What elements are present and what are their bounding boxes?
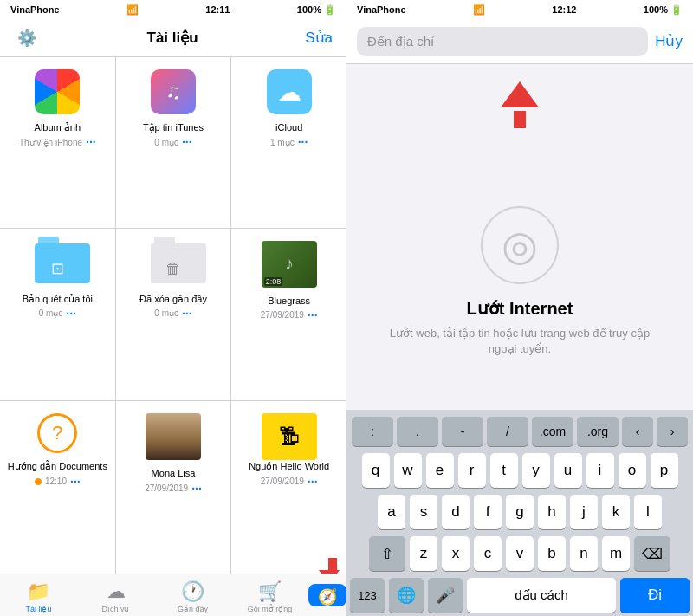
file-name-help: Hướng dẫn Documents	[8, 460, 107, 472]
tab-dichvu[interactable]: ☁ Dịch vụ	[77, 577, 154, 613]
key-e[interactable]: e	[426, 453, 454, 488]
key-y[interactable]: y	[522, 453, 550, 488]
keyboard-special-row: : . - / .com .org ‹ ›	[350, 417, 690, 446]
file-cell-icloud[interactable]: ☁ iCloud 1 mục ···	[231, 57, 346, 228]
file-cell-bluegrass[interactable]: ♪ 2:08 Bluegrass 27/09/2019 ···	[231, 229, 346, 401]
file-sub-help: 12:10 ···	[35, 475, 81, 489]
tab-gandai[interactable]: 🕐 Gần đây	[154, 577, 231, 613]
left-nav-bar: ⚙️ Tài liệu Sửa	[0, 19, 346, 57]
key-a[interactable]: a	[378, 495, 405, 529]
icloud-icon: ☁	[267, 69, 312, 114]
key-123[interactable]: 123	[350, 578, 385, 613]
file-cell-trash[interactable]: 🗑 Đã xóa gần đây 0 mục ···	[116, 229, 231, 401]
file-cell-help[interactable]: ? Hướng dẫn Documents 12:10 ···	[0, 401, 115, 574]
key-shift[interactable]: ⇧	[369, 536, 405, 571]
key-colon[interactable]: :	[352, 417, 393, 446]
file-cell-mona[interactable]: Mona Lisa 27/09/2019 ···	[116, 401, 231, 574]
file-cell-myfiles[interactable]: ⊡ Bản quét của tôi 0 mục ···	[0, 229, 115, 401]
battery-icon: 🔋	[324, 4, 336, 16]
file-cell-nguon[interactable]: 🗜 Nguồn Hello World 27/09/2019 ···	[231, 401, 346, 574]
key-space[interactable]: dấu cách	[467, 578, 616, 613]
right-carrier: VinaPhone	[357, 4, 406, 15]
file-sub-mona: 27/09/2019 ···	[145, 482, 202, 496]
key-i[interactable]: i	[586, 453, 614, 488]
key-q[interactable]: q	[362, 453, 390, 488]
left-panel: VinaPhone 📶 12:11 100% 🔋 ⚙️ Tài liệu Sửa…	[0, 0, 346, 616]
more-dots-nguon[interactable]: ···	[308, 475, 318, 489]
key-dot[interactable]: .	[397, 417, 438, 446]
file-grid: Album ảnh Thư viện iPhone ··· ♫ Tập tin …	[0, 57, 346, 574]
more-dots-itunes[interactable]: ···	[182, 135, 192, 149]
more-dots-trash[interactable]: ···	[182, 307, 192, 321]
key-w[interactable]: w	[394, 453, 422, 488]
key-d[interactable]: d	[442, 495, 470, 529]
key-slash[interactable]: /	[487, 417, 528, 446]
right-status-bar: VinaPhone 📶 12:12 100% 🔋	[346, 0, 693, 19]
key-dotcom[interactable]: .com	[532, 417, 573, 446]
left-battery: 100%	[297, 4, 321, 15]
more-dots-myfiles[interactable]: ···	[66, 307, 76, 321]
key-o[interactable]: o	[619, 453, 646, 488]
key-h[interactable]: h	[538, 495, 566, 529]
browser-content: ◎ Lướt Internet Lướt web, tải tập tin ho…	[346, 128, 693, 410]
keyboard-row-1: q w e r t y u i o p	[350, 453, 690, 488]
more-dots-album[interactable]: ···	[86, 135, 96, 149]
settings-gear-icon[interactable]: ⚙️	[14, 25, 40, 51]
key-right-arrow[interactable]: ›	[657, 417, 688, 446]
key-dash[interactable]: -	[442, 417, 483, 446]
key-z[interactable]: z	[410, 536, 437, 571]
key-u[interactable]: u	[554, 453, 582, 488]
key-n[interactable]: n	[570, 536, 598, 571]
file-cell-album[interactable]: Album ảnh Thư viện iPhone ···	[0, 57, 115, 228]
more-dots-mona[interactable]: ···	[191, 482, 202, 496]
right-battery: 100%	[644, 4, 668, 15]
more-dots-bluegrass[interactable]: ···	[308, 308, 318, 322]
key-x[interactable]: x	[442, 536, 470, 571]
key-m[interactable]: m	[602, 536, 630, 571]
file-sub-album: Thư viện iPhone ···	[19, 135, 96, 149]
left-carrier: VinaPhone	[10, 4, 60, 15]
file-name-myfiles: Bản quét của tôi	[23, 293, 93, 305]
key-go[interactable]: Đi	[620, 578, 690, 613]
file-cell-itunes[interactable]: ♫ Tập tin iTunes 0 mục ···	[116, 57, 231, 228]
key-t[interactable]: t	[490, 453, 518, 488]
tab-tailieu[interactable]: 📁 Tài liệu	[0, 577, 77, 613]
edit-button[interactable]: Sửa	[305, 29, 333, 47]
key-b[interactable]: b	[538, 536, 566, 571]
tab-browser[interactable]: 🧭	[308, 584, 346, 606]
file-name-bluegrass: Bluegrass	[268, 295, 310, 307]
key-s[interactable]: s	[410, 495, 437, 529]
file-sub-trash: 0 mục ···	[154, 307, 191, 321]
more-dots-help[interactable]: ···	[70, 475, 81, 489]
right-battery-icon: 🔋	[670, 4, 683, 16]
keyboard-bottom-row: 123 🌐 🎤 dấu cách Đi	[350, 578, 690, 613]
tab-goimorong[interactable]: 🛒 Gói mở rộng	[231, 577, 308, 613]
more-dots-icloud[interactable]: ···	[298, 135, 308, 149]
key-k[interactable]: k	[602, 495, 630, 529]
key-g[interactable]: g	[506, 495, 534, 529]
bottom-tab-bar: 📁 Tài liệu ☁ Dịch vụ 🕐 Gần đây 🛒 Gói mở …	[0, 574, 346, 616]
down-arrow-indicator	[325, 558, 340, 574]
cancel-button[interactable]: Hủy	[655, 32, 683, 50]
key-globe[interactable]: 🌐	[389, 578, 424, 613]
duration-badge: 2:08	[264, 277, 283, 286]
url-input[interactable]: Đến địa chỉ	[357, 27, 648, 56]
key-left-arrow[interactable]: ‹	[622, 417, 653, 446]
key-p[interactable]: p	[651, 453, 678, 488]
key-r[interactable]: r	[458, 453, 486, 488]
itunes-icon: ♫	[151, 69, 196, 114]
key-dotorg[interactable]: .org	[577, 417, 619, 446]
photos-icon	[35, 69, 80, 114]
mona-lisa-thumbnail	[146, 413, 201, 460]
key-j[interactable]: j	[570, 495, 598, 529]
key-backspace[interactable]: ⌫	[634, 536, 670, 571]
key-l[interactable]: l	[634, 495, 662, 529]
help-icon: ?	[37, 413, 77, 453]
wifi-icon: 📶	[126, 4, 139, 16]
key-c[interactable]: c	[474, 536, 502, 571]
key-v[interactable]: v	[506, 536, 534, 571]
gandai-icon: 🕐	[181, 580, 204, 603]
key-microphone[interactable]: 🎤	[428, 578, 463, 613]
browse-desc: Lướt web, tải tập tin hoặc lưu trang web…	[346, 326, 693, 357]
key-f[interactable]: f	[474, 495, 502, 529]
